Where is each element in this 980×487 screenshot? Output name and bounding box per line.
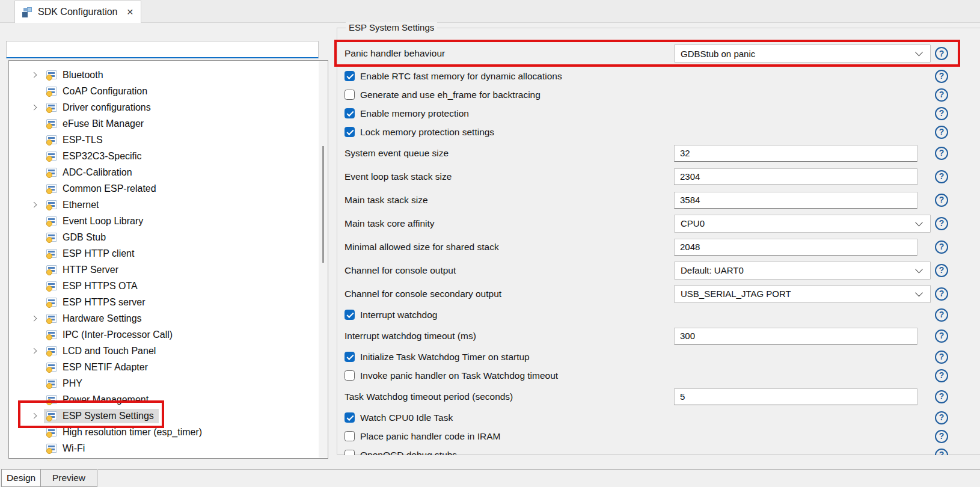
tree-item[interactable]: ADC-Calibration bbox=[9, 164, 328, 180]
setting-text-input[interactable] bbox=[674, 239, 917, 256]
help-icon[interactable]: ? bbox=[935, 351, 948, 364]
help-icon[interactable]: ? bbox=[935, 287, 948, 301]
help-icon[interactable]: ? bbox=[935, 217, 948, 230]
setting-text-input[interactable] bbox=[674, 328, 917, 345]
tree-item[interactable]: Hardware Settings bbox=[9, 310, 328, 326]
checkbox[interactable] bbox=[345, 90, 355, 100]
tree-item[interactable]: ESP HTTPS OTA bbox=[9, 278, 328, 294]
tree-item[interactable]: ESP System Settings bbox=[9, 408, 328, 424]
tree-item-content[interactable]: ADC-Calibration bbox=[44, 165, 137, 180]
help-icon[interactable]: ? bbox=[935, 147, 948, 160]
tab-preview[interactable]: Preview bbox=[40, 469, 97, 487]
tree-item[interactable]: Power Management bbox=[9, 391, 328, 408]
setting-dropdown[interactable]: GDBStub on panic bbox=[674, 44, 931, 63]
help-icon[interactable]: ? bbox=[935, 170, 948, 183]
tree-item[interactable]: CoAP Configuration bbox=[9, 83, 328, 99]
setting-dropdown[interactable]: CPU0 bbox=[674, 215, 931, 233]
checkbox[interactable] bbox=[345, 352, 355, 362]
tree-item-content[interactable]: Driver configurations bbox=[44, 100, 156, 115]
tree-item-content[interactable]: ESP-TLS bbox=[44, 133, 108, 147]
tree-item-content[interactable]: Ethernet bbox=[44, 198, 103, 212]
tree-filter-input[interactable] bbox=[6, 41, 319, 58]
tree-item[interactable]: ESP32C3-Specific bbox=[9, 148, 328, 164]
setting-dropdown[interactable]: Default: UART0 bbox=[674, 262, 931, 280]
tree-item[interactable]: eFuse Bit Manager bbox=[9, 115, 328, 132]
tree-item[interactable]: Event Loop Library bbox=[9, 213, 328, 229]
chevron-right-icon[interactable] bbox=[31, 201, 37, 207]
tab-design[interactable]: Design bbox=[1, 469, 41, 487]
tree-item-content[interactable]: eFuse Bit Manager bbox=[44, 117, 149, 131]
tree-item-content[interactable]: ESP32C3-Specific bbox=[44, 149, 147, 164]
tree-item[interactable]: Driver configurations bbox=[9, 99, 328, 115]
close-icon[interactable]: ✕ bbox=[127, 7, 134, 17]
help-icon[interactable]: ? bbox=[935, 70, 948, 83]
tree-item[interactable]: Common ESP-related bbox=[9, 180, 328, 197]
tree-item-content[interactable]: IPC (Inter-Processor Call) bbox=[44, 328, 177, 342]
tree-item-content[interactable]: Wi-Fi bbox=[44, 441, 90, 456]
help-icon[interactable]: ? bbox=[935, 47, 948, 60]
tree-item-content[interactable]: ESP HTTP client bbox=[44, 247, 139, 261]
checkbox[interactable] bbox=[345, 71, 355, 81]
tree-item[interactable]: Bluetooth bbox=[9, 67, 328, 83]
help-icon[interactable]: ? bbox=[935, 369, 948, 382]
help-icon[interactable]: ? bbox=[935, 240, 948, 254]
tree-item-content[interactable]: Event Loop Library bbox=[44, 214, 148, 228]
tree-item-content[interactable]: ESP NETIF Adapter bbox=[44, 360, 153, 375]
tree-item-content[interactable]: High resolution timer (esp_timer) bbox=[44, 425, 207, 440]
tree-item-content[interactable]: ESP HTTPS OTA bbox=[44, 279, 142, 293]
tree-item-content[interactable]: ESP System Settings bbox=[44, 409, 159, 423]
tree-item-content[interactable]: CoAP Configuration bbox=[44, 84, 152, 99]
tree-item-content[interactable]: PHY bbox=[44, 376, 87, 391]
setting-dropdown[interactable]: USB_SERIAL_JTAG PORT bbox=[674, 285, 931, 303]
tree-item[interactable]: ESP HTTPS server bbox=[9, 294, 328, 310]
help-icon[interactable]: ? bbox=[935, 329, 948, 343]
tree-item[interactable]: High resolution timer (esp_timer) bbox=[9, 424, 328, 440]
tree-item-content[interactable]: Common ESP-related bbox=[44, 182, 161, 196]
tree-item[interactable]: ESP-TLS bbox=[9, 132, 328, 148]
setting-text-input[interactable] bbox=[674, 168, 917, 185]
checkbox[interactable] bbox=[345, 412, 355, 423]
tree-item[interactable]: LCD and Touch Panel bbox=[9, 343, 328, 359]
tree-item[interactable]: IPC (Inter-Processor Call) bbox=[9, 326, 328, 343]
tree-item-content[interactable]: HTTP Server bbox=[44, 263, 123, 277]
help-icon[interactable]: ? bbox=[935, 264, 948, 277]
chevron-right-icon[interactable] bbox=[31, 348, 37, 354]
tree-item-content[interactable]: LCD and Touch Panel bbox=[44, 344, 161, 358]
setting-text-input[interactable] bbox=[674, 192, 917, 209]
scrollbar-thumb[interactable] bbox=[322, 146, 324, 263]
help-icon[interactable]: ? bbox=[935, 390, 948, 403]
help-icon[interactable]: ? bbox=[935, 107, 948, 120]
help-icon[interactable]: ? bbox=[935, 411, 948, 424]
help-icon[interactable]: ? bbox=[935, 194, 948, 207]
help-icon[interactable]: ? bbox=[935, 449, 948, 456]
checkbox[interactable] bbox=[345, 108, 355, 118]
tree-item[interactable]: ESP NETIF Adapter bbox=[9, 359, 328, 375]
checkbox[interactable] bbox=[345, 431, 355, 441]
tree-item-content[interactable]: Bluetooth bbox=[44, 68, 108, 82]
checkbox[interactable] bbox=[345, 310, 355, 320]
tree-item[interactable]: Ethernet bbox=[9, 197, 328, 213]
checkbox[interactable] bbox=[345, 370, 355, 381]
help-icon[interactable]: ? bbox=[935, 88, 948, 102]
chevron-right-icon[interactable] bbox=[31, 72, 37, 78]
tree-item-content[interactable]: Power Management bbox=[44, 393, 153, 407]
tab-sdk-configuration[interactable]: SDK Configuration ✕ bbox=[14, 1, 141, 23]
chevron-right-icon[interactable] bbox=[31, 412, 37, 418]
help-icon[interactable]: ? bbox=[935, 308, 948, 322]
tree-item[interactable]: GDB Stub bbox=[9, 229, 328, 245]
help-icon[interactable]: ? bbox=[935, 126, 948, 139]
setting-text-input[interactable] bbox=[674, 388, 917, 405]
checkbox[interactable] bbox=[345, 127, 355, 137]
tree-item-content[interactable]: GDB Stub bbox=[44, 230, 111, 245]
tree-item[interactable]: ESP HTTP client bbox=[9, 245, 328, 262]
tree-item[interactable]: PHY bbox=[9, 375, 328, 391]
tree-item[interactable]: Wi-Fi bbox=[9, 440, 328, 456]
chevron-right-icon[interactable] bbox=[31, 104, 37, 110]
help-icon[interactable]: ? bbox=[935, 430, 948, 443]
tree-item[interactable]: HTTP Server bbox=[9, 262, 328, 278]
checkbox[interactable] bbox=[345, 450, 355, 455]
setting-text-input[interactable] bbox=[674, 145, 917, 162]
tree-item-content[interactable]: Hardware Settings bbox=[44, 311, 147, 326]
chevron-right-icon[interactable] bbox=[31, 315, 37, 321]
tree-scrollbar[interactable] bbox=[319, 61, 327, 458]
